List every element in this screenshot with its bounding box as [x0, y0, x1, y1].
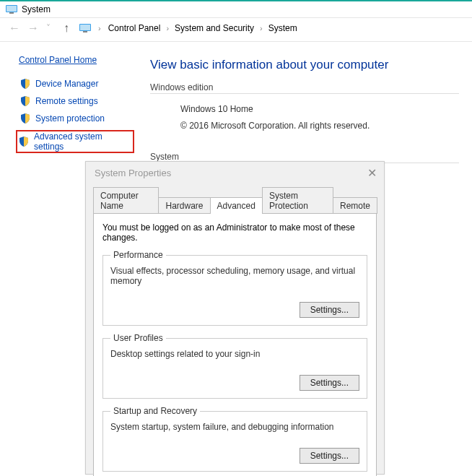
- sidebar-item-remote-settings[interactable]: Remote settings: [19, 95, 134, 107]
- chevron-icon: ›: [260, 24, 263, 33]
- nav-history-icon[interactable]: ˅: [46, 23, 51, 33]
- system-icon: [6, 5, 17, 14]
- group-description: Desktop settings related to your sign-in: [110, 349, 359, 359]
- breadcrumb[interactable]: Control Panel › System and Security › Sy…: [108, 23, 297, 33]
- sidebar-item-device-manager[interactable]: Device Manager: [19, 78, 134, 90]
- windows-edition-label: Windows edition: [150, 82, 459, 94]
- breadcrumb-root-icon: [79, 24, 91, 33]
- shield-icon: [20, 113, 30, 124]
- close-icon[interactable]: ✕: [367, 166, 377, 180]
- nav-back-icon[interactable]: ←: [9, 22, 20, 34]
- tab-body-advanced: You must be logged on as an Administrato…: [93, 213, 377, 476]
- sidebar-item-advanced-system-settings[interactable]: Advanced system settings: [16, 130, 134, 153]
- nav-forward-icon[interactable]: →: [27, 22, 39, 34]
- group-startup-recovery: Startup and Recovery System startup, sys…: [102, 406, 367, 472]
- page-heading: View basic information about your comput…: [150, 58, 459, 72]
- window-titlebar: System: [0, 0, 472, 18]
- group-legend: Performance: [110, 250, 166, 260]
- tab-hardware[interactable]: Hardware: [158, 197, 210, 214]
- tab-advanced[interactable]: Advanced: [210, 197, 263, 214]
- tab-remote[interactable]: Remote: [333, 197, 377, 214]
- dialog-tabs: Computer Name Hardware Advanced System P…: [93, 187, 377, 214]
- group-legend: User Profiles: [110, 333, 166, 343]
- system-properties-dialog: System Properties ✕ Computer Name Hardwa…: [85, 161, 385, 475]
- control-panel-home-link[interactable]: Control Panel Home: [19, 55, 97, 65]
- sidebar-item-label: System protection: [35, 113, 105, 124]
- sidebar-item-label: Advanced system settings: [34, 131, 131, 152]
- group-performance: Performance Visual effects, processor sc…: [102, 250, 367, 326]
- group-description: Visual effects, processor scheduling, me…: [110, 266, 359, 286]
- group-description: System startup, system failure, and debu…: [110, 422, 359, 432]
- chevron-icon: ›: [98, 24, 101, 33]
- nav-up-icon[interactable]: ↑: [61, 22, 72, 34]
- sidebar-item-label: Remote settings: [35, 96, 98, 106]
- windows-edition-copyright: © 2016 Microsoft Corporation. All rights…: [180, 118, 459, 134]
- performance-settings-button[interactable]: Settings...: [300, 302, 359, 318]
- navbar: ← → ˅ ↑ › Control Panel › System and Sec…: [0, 18, 472, 42]
- startup-recovery-settings-button[interactable]: Settings...: [300, 448, 359, 464]
- sidebar-item-label: Device Manager: [35, 79, 98, 89]
- breadcrumb-item[interactable]: System and Security: [175, 23, 254, 33]
- window-title: System: [22, 4, 51, 14]
- shield-icon: [19, 137, 29, 147]
- chevron-icon: ›: [166, 24, 169, 33]
- group-user-profiles: User Profiles Desktop settings related t…: [102, 333, 367, 399]
- breadcrumb-item[interactable]: Control Panel: [108, 23, 161, 33]
- shield-icon: [20, 96, 30, 106]
- shield-icon: [20, 79, 30, 89]
- main-content: View basic information about your comput…: [144, 42, 472, 179]
- user-profiles-settings-button[interactable]: Settings...: [300, 375, 359, 391]
- windows-edition-name: Windows 10 Home: [180, 101, 459, 118]
- tab-system-protection[interactable]: System Protection: [262, 187, 333, 214]
- group-legend: Startup and Recovery: [110, 406, 200, 416]
- tab-intro-text: You must be logged on as an Administrato…: [102, 222, 367, 243]
- dialog-title: System Properties: [95, 168, 171, 178]
- breadcrumb-item[interactable]: System: [268, 23, 297, 33]
- sidebar: Control Panel Home Device Manager Remote…: [0, 42, 144, 179]
- sidebar-item-system-protection[interactable]: System protection: [19, 113, 134, 124]
- tab-computer-name[interactable]: Computer Name: [93, 187, 159, 214]
